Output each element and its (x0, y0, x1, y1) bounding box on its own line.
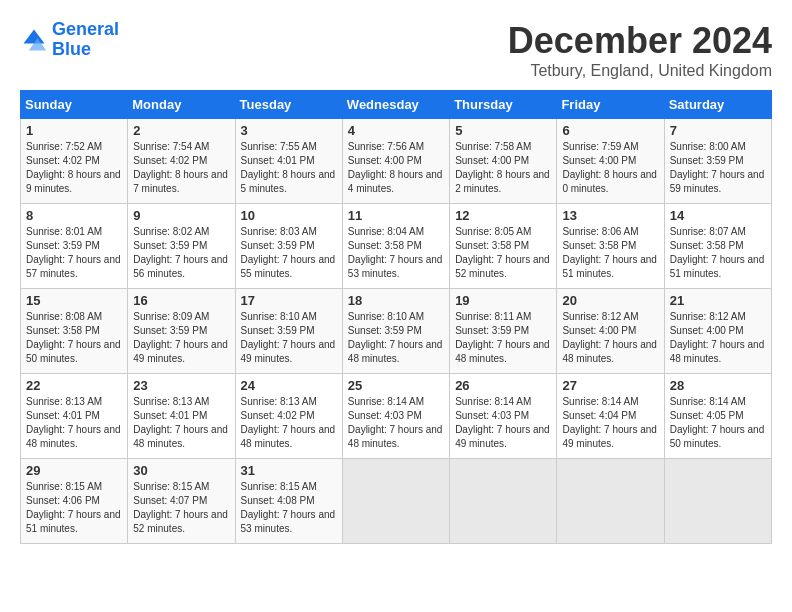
day-number: 25 (348, 378, 444, 393)
sunset-label: Sunset: 4:02 PM (241, 410, 315, 421)
day-number: 8 (26, 208, 122, 223)
sunset-label: Sunset: 4:00 PM (562, 325, 636, 336)
calendar-cell: 11 Sunrise: 8:04 AM Sunset: 3:58 PM Dayl… (342, 204, 449, 289)
calendar-week-1: 1 Sunrise: 7:52 AM Sunset: 4:02 PM Dayli… (21, 119, 772, 204)
day-number: 12 (455, 208, 551, 223)
day-info: Sunrise: 8:00 AM Sunset: 3:59 PM Dayligh… (670, 140, 766, 196)
sunrise-label: Sunrise: 8:14 AM (348, 396, 424, 407)
svg-marker-0 (24, 29, 45, 43)
day-info: Sunrise: 8:14 AM Sunset: 4:04 PM Dayligh… (562, 395, 658, 451)
day-number: 10 (241, 208, 337, 223)
sunset-label: Sunset: 4:03 PM (455, 410, 529, 421)
daylight-label: Daylight: 7 hours and 53 minutes. (348, 254, 443, 279)
calendar-cell: 28 Sunrise: 8:14 AM Sunset: 4:05 PM Dayl… (664, 374, 771, 459)
calendar-cell: 10 Sunrise: 8:03 AM Sunset: 3:59 PM Dayl… (235, 204, 342, 289)
calendar-cell: 6 Sunrise: 7:59 AM Sunset: 4:00 PM Dayli… (557, 119, 664, 204)
day-header-sunday: Sunday (21, 91, 128, 119)
day-header-wednesday: Wednesday (342, 91, 449, 119)
sunrise-label: Sunrise: 8:06 AM (562, 226, 638, 237)
day-number: 4 (348, 123, 444, 138)
calendar-cell: 29 Sunrise: 8:15 AM Sunset: 4:06 PM Dayl… (21, 459, 128, 544)
sunset-label: Sunset: 3:58 PM (348, 240, 422, 251)
sunrise-label: Sunrise: 7:59 AM (562, 141, 638, 152)
daylight-label: Daylight: 7 hours and 49 minutes. (562, 424, 657, 449)
day-number: 9 (133, 208, 229, 223)
calendar-cell: 5 Sunrise: 7:58 AM Sunset: 4:00 PM Dayli… (450, 119, 557, 204)
sunrise-label: Sunrise: 8:13 AM (26, 396, 102, 407)
calendar-cell: 2 Sunrise: 7:54 AM Sunset: 4:02 PM Dayli… (128, 119, 235, 204)
calendar-cell: 17 Sunrise: 8:10 AM Sunset: 3:59 PM Dayl… (235, 289, 342, 374)
sunset-label: Sunset: 4:07 PM (133, 495, 207, 506)
sunrise-label: Sunrise: 8:00 AM (670, 141, 746, 152)
title-block: December 2024 Tetbury, England, United K… (508, 20, 772, 80)
daylight-label: Daylight: 7 hours and 53 minutes. (241, 509, 336, 534)
calendar-cell: 16 Sunrise: 8:09 AM Sunset: 3:59 PM Dayl… (128, 289, 235, 374)
sunset-label: Sunset: 3:58 PM (455, 240, 529, 251)
calendar-cell: 7 Sunrise: 8:00 AM Sunset: 3:59 PM Dayli… (664, 119, 771, 204)
day-info: Sunrise: 7:56 AM Sunset: 4:00 PM Dayligh… (348, 140, 444, 196)
sunset-label: Sunset: 3:59 PM (133, 325, 207, 336)
calendar-week-2: 8 Sunrise: 8:01 AM Sunset: 3:59 PM Dayli… (21, 204, 772, 289)
sunrise-label: Sunrise: 7:56 AM (348, 141, 424, 152)
sunset-label: Sunset: 4:01 PM (26, 410, 100, 421)
day-number: 6 (562, 123, 658, 138)
day-info: Sunrise: 8:01 AM Sunset: 3:59 PM Dayligh… (26, 225, 122, 281)
sunrise-label: Sunrise: 8:09 AM (133, 311, 209, 322)
sunrise-label: Sunrise: 8:01 AM (26, 226, 102, 237)
day-number: 22 (26, 378, 122, 393)
daylight-label: Daylight: 7 hours and 50 minutes. (670, 424, 765, 449)
calendar-cell: 14 Sunrise: 8:07 AM Sunset: 3:58 PM Dayl… (664, 204, 771, 289)
daylight-label: Daylight: 7 hours and 51 minutes. (670, 254, 765, 279)
sunset-label: Sunset: 3:58 PM (562, 240, 636, 251)
day-number: 27 (562, 378, 658, 393)
daylight-label: Daylight: 7 hours and 48 minutes. (455, 339, 550, 364)
daylight-label: Daylight: 7 hours and 51 minutes. (562, 254, 657, 279)
day-number: 23 (133, 378, 229, 393)
calendar-week-4: 22 Sunrise: 8:13 AM Sunset: 4:01 PM Dayl… (21, 374, 772, 459)
calendar-cell: 22 Sunrise: 8:13 AM Sunset: 4:01 PM Dayl… (21, 374, 128, 459)
day-number: 18 (348, 293, 444, 308)
daylight-label: Daylight: 7 hours and 55 minutes. (241, 254, 336, 279)
day-info: Sunrise: 8:15 AM Sunset: 4:06 PM Dayligh… (26, 480, 122, 536)
day-number: 30 (133, 463, 229, 478)
day-info: Sunrise: 8:14 AM Sunset: 4:05 PM Dayligh… (670, 395, 766, 451)
day-number: 13 (562, 208, 658, 223)
day-number: 21 (670, 293, 766, 308)
calendar-cell: 8 Sunrise: 8:01 AM Sunset: 3:59 PM Dayli… (21, 204, 128, 289)
day-header-tuesday: Tuesday (235, 91, 342, 119)
day-info: Sunrise: 8:14 AM Sunset: 4:03 PM Dayligh… (348, 395, 444, 451)
month-title: December 2024 (508, 20, 772, 62)
sunrise-label: Sunrise: 8:10 AM (348, 311, 424, 322)
logo-text: General Blue (52, 20, 119, 60)
day-info: Sunrise: 8:15 AM Sunset: 4:08 PM Dayligh… (241, 480, 337, 536)
daylight-label: Daylight: 7 hours and 49 minutes. (455, 424, 550, 449)
daylight-label: Daylight: 7 hours and 48 minutes. (562, 339, 657, 364)
sunrise-label: Sunrise: 8:02 AM (133, 226, 209, 237)
sunrise-label: Sunrise: 8:15 AM (26, 481, 102, 492)
day-number: 26 (455, 378, 551, 393)
day-number: 15 (26, 293, 122, 308)
sunset-label: Sunset: 4:01 PM (133, 410, 207, 421)
day-info: Sunrise: 8:03 AM Sunset: 3:59 PM Dayligh… (241, 225, 337, 281)
day-number: 11 (348, 208, 444, 223)
sunset-label: Sunset: 3:59 PM (26, 240, 100, 251)
day-info: Sunrise: 8:05 AM Sunset: 3:58 PM Dayligh… (455, 225, 551, 281)
day-number: 28 (670, 378, 766, 393)
sunrise-label: Sunrise: 8:14 AM (670, 396, 746, 407)
daylight-label: Daylight: 8 hours and 5 minutes. (241, 169, 336, 194)
day-info: Sunrise: 8:04 AM Sunset: 3:58 PM Dayligh… (348, 225, 444, 281)
sunrise-label: Sunrise: 8:15 AM (241, 481, 317, 492)
calendar-cell: 9 Sunrise: 8:02 AM Sunset: 3:59 PM Dayli… (128, 204, 235, 289)
day-info: Sunrise: 8:12 AM Sunset: 4:00 PM Dayligh… (562, 310, 658, 366)
sunset-label: Sunset: 4:01 PM (241, 155, 315, 166)
calendar-header-row: SundayMondayTuesdayWednesdayThursdayFrid… (21, 91, 772, 119)
calendar-cell (664, 459, 771, 544)
sunrise-label: Sunrise: 8:11 AM (455, 311, 531, 322)
day-info: Sunrise: 7:55 AM Sunset: 4:01 PM Dayligh… (241, 140, 337, 196)
daylight-label: Daylight: 7 hours and 52 minutes. (133, 509, 228, 534)
sunset-label: Sunset: 3:59 PM (241, 325, 315, 336)
sunrise-label: Sunrise: 8:13 AM (133, 396, 209, 407)
page-header: General Blue December 2024 Tetbury, Engl… (20, 20, 772, 80)
sunrise-label: Sunrise: 7:54 AM (133, 141, 209, 152)
day-number: 29 (26, 463, 122, 478)
